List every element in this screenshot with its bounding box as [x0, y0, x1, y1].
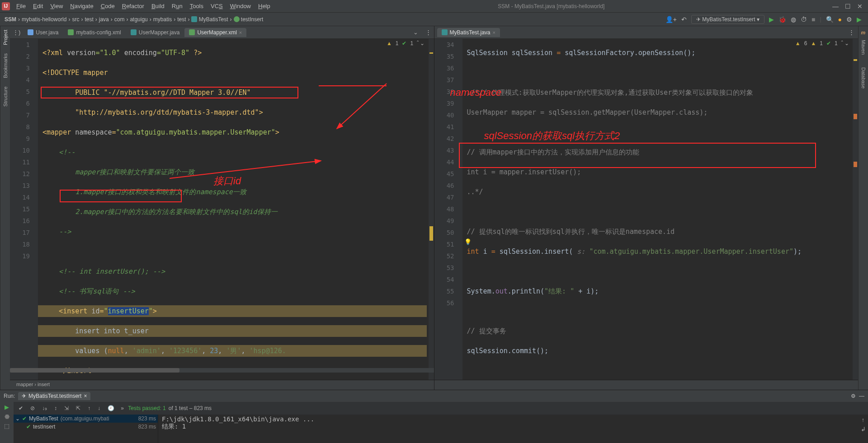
crumb-java[interactable]: java — [97, 16, 111, 23]
inspection-status[interactable]: ▲6 ▲1 ✔1 ˆ ⌄ — [795, 40, 849, 47]
crumb-src[interactable]: src — [70, 16, 81, 23]
crumb-method[interactable]: testInsert — [232, 16, 265, 23]
crumb-testpkg[interactable]: test — [175, 16, 188, 23]
right-editor-pane: MyBatisTest.java × ⋮ 3435363738394041424… — [434, 26, 859, 390]
run-console[interactable]: F:\jdk\jdk1.8.0_161_x64\bin\java.exe ...… — [158, 415, 858, 443]
tab-user-java[interactable]: User.java — [23, 28, 63, 37]
menu-vcs[interactable]: VCS — [207, 2, 226, 10]
close-icon[interactable]: × — [239, 30, 242, 35]
coverage-icon[interactable]: ◍ — [791, 16, 796, 23]
test-summary-suffix: of 1 test – 823 ms — [169, 405, 212, 411]
toolwindow-project[interactable]: Project — [3, 30, 8, 45]
left-tabs: ⋮) User.java mybatis-config.xml UserMapp… — [10, 26, 434, 39]
close-icon[interactable]: × — [493, 30, 495, 35]
tabs-menu-icon[interactable]: ⋮) — [13, 29, 23, 36]
next-icon[interactable]: ↓ — [95, 404, 103, 412]
search-icon[interactable]: 🔍 — [826, 16, 834, 23]
menu-edit[interactable]: Edit — [29, 2, 47, 10]
inspection-bar[interactable] — [429, 39, 434, 380]
crumb-project[interactable]: SSM — [3, 16, 18, 23]
right-tabs: MyBatisTest.java × ⋮ — [434, 26, 859, 39]
h-scrollbar[interactable] — [10, 368, 434, 373]
soft-wrap-icon[interactable]: ↲ — [861, 426, 866, 433]
editor-crumbs[interactable]: mapper › insert — [10, 380, 434, 390]
maximize-icon[interactable]: ☐ — [845, 3, 851, 10]
toolwindow-structure[interactable]: Structure — [3, 86, 8, 107]
crumb-class[interactable]: MyBatisTest — [189, 16, 230, 23]
test-tree[interactable]: ⌄✔ MyBatisTest (com.atguigu.mybati 823 m… — [14, 415, 158, 443]
layout-icon[interactable]: ⬚ — [4, 423, 9, 429]
menu-refactor[interactable]: Refactor — [118, 2, 148, 10]
status-ok-icon[interactable]: ✔ — [16, 404, 25, 412]
inspection-bar[interactable] — [853, 39, 858, 380]
menu-window[interactable]: Window — [226, 2, 255, 10]
nav-toolbar: SSM› mybatis-helloworld› src› test› java… — [0, 13, 868, 26]
expand-icon[interactable]: ⇲ — [62, 404, 71, 412]
menu-help[interactable]: Help — [255, 2, 274, 10]
intention-bulb-icon[interactable]: 💡 — [464, 238, 472, 245]
tabs-more-icon[interactable]: ⋮ — [845, 29, 858, 36]
toolwindow-database[interactable]: Database — [861, 67, 866, 89]
run-panel-label: Run: — [4, 393, 15, 399]
code-editor-right[interactable]: SqlSession sqlSession = sqlSessionFactor… — [462, 39, 851, 372]
menu-navigate[interactable]: Navigate — [66, 2, 97, 10]
add-user-icon[interactable]: 👤+ — [665, 16, 677, 23]
run-icon[interactable]: ▶ — [769, 16, 774, 23]
inspection-status[interactable]: ▲1 ✔1 ˆ ⌄ — [387, 40, 425, 47]
menu-tools[interactable]: Tools — [186, 2, 207, 10]
menu-code[interactable]: Code — [97, 2, 118, 10]
title-bar: IJ File Edit View Navigate Code Refactor… — [0, 0, 868, 13]
collapse-icon[interactable]: ⇱ — [74, 404, 83, 412]
tabs-more-icon[interactable]: ⋮ — [423, 29, 434, 36]
profile-icon[interactable]: ⏱ — [801, 16, 807, 23]
menu-view[interactable]: View — [47, 2, 66, 10]
more-icon[interactable]: ▶ — [857, 16, 862, 23]
history-icon[interactable]: 🕘 — [105, 404, 117, 412]
stop-icon[interactable]: ⬣ — [5, 413, 9, 420]
gear-icon[interactable]: ⚙ — [846, 16, 852, 23]
status-pending-icon[interactable]: ⊘ — [28, 404, 37, 412]
sort-icon[interactable]: ↓₉ — [40, 404, 49, 412]
tab-usermapper-java[interactable]: UserMapper.java — [126, 28, 184, 37]
menu-run[interactable]: Run — [168, 2, 186, 10]
crumb-com[interactable]: com — [113, 16, 127, 23]
crumb-atguigu[interactable]: atguigu — [128, 16, 149, 23]
filter-icon[interactable]: ↕ — [52, 404, 59, 412]
toolwindow-maven[interactable]: Maven — [861, 40, 866, 55]
scroll-up-icon[interactable]: ↑ — [862, 416, 865, 423]
menu-file[interactable]: File — [13, 2, 29, 10]
app-icon: IJ — [2, 2, 10, 10]
crumb-mybatis[interactable]: mybatis — [151, 16, 174, 23]
toolwindow-bookmarks[interactable]: Bookmarks — [3, 53, 8, 78]
tab-mybatis-config[interactable]: mybatis-config.xml — [63, 28, 125, 37]
debug-icon[interactable]: 🐞 — [778, 16, 786, 23]
back-icon[interactable]: ↶ — [681, 16, 687, 23]
run-toolwindow: Run: ✈ MyBatisTest.testInsert × ⚙ — ▶ ⬣ … — [0, 390, 868, 443]
tab-usermapper-xml[interactable]: UserMapper.xml × — [184, 28, 246, 37]
test-node-root[interactable]: ⌄✔ MyBatisTest (com.atguigu.mybati 823 m… — [14, 415, 158, 423]
menu-build[interactable]: Build — [148, 2, 168, 10]
console-line: F:\jdk\jdk1.8.0_161_x64\bin\java.exe ... — [162, 415, 854, 423]
tabs-dropdown-icon[interactable]: ⌄ — [409, 29, 423, 36]
console-line: 结果: 1 — [162, 423, 854, 431]
avatar-icon[interactable]: ● — [838, 16, 842, 23]
run-tab[interactable]: ✈ MyBatisTest.testInsert × — [18, 392, 90, 400]
run-config-selector[interactable]: ✈ MyBatisTest.testInsert ▾ — [691, 15, 764, 24]
rerun-icon[interactable]: ▶ — [5, 404, 9, 410]
close-icon[interactable]: ✕ — [857, 3, 863, 10]
tab-mybatistest[interactable]: MyBatisTest.java × — [437, 28, 500, 37]
crumb-module[interactable]: mybatis-helloworld — [20, 16, 68, 23]
minimize-icon[interactable]: — — [832, 3, 839, 10]
run-hide-icon[interactable]: — — [859, 393, 864, 399]
left-editor-pane: ⋮) User.java mybatis-config.xml UserMapp… — [10, 26, 434, 390]
prev-icon[interactable]: ↑ — [85, 404, 93, 412]
test-node-child[interactable]: ✔ testInsert 823 ms — [14, 423, 158, 431]
right-tool-strip: m Maven Database — [858, 26, 868, 402]
code-editor-left[interactable]: <?xml version="1.0" encoding="UTF-8" ?> … — [38, 39, 427, 372]
run-gear-icon[interactable]: ⚙ — [851, 393, 856, 399]
editor-crumbs — [434, 380, 859, 390]
gutter[interactable]: 3435363738394041424344454647484950515253… — [434, 39, 462, 380]
stop-icon[interactable]: ■ — [811, 16, 815, 23]
gutter[interactable]: 12345678910111213141516171819 — [10, 39, 38, 380]
crumb-test[interactable]: test — [83, 16, 95, 23]
